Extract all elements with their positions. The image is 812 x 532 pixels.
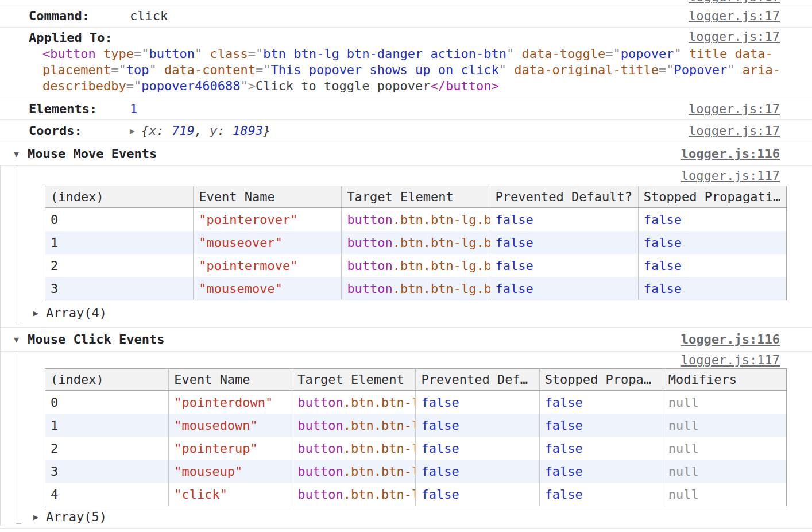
collapse-triangle-icon[interactable]: ▼ xyxy=(14,142,19,165)
table-row: 1"mousedown"button.btn.btn-lg.btn-danger… xyxy=(45,414,787,437)
token-tag: </button> xyxy=(431,79,499,93)
token-attr: data- xyxy=(734,47,772,61)
source-link[interactable]: logger.js:117 xyxy=(681,352,780,368)
table-cell: false xyxy=(539,483,663,506)
table-row: 1"mouseover"button.btn.btn-lg.btn-danger… xyxy=(45,231,787,254)
table-row: 4"click"button.btn.btn-lg.btn-danger.act… xyxy=(45,483,787,506)
source-link[interactable]: logger.js:116 xyxy=(681,328,780,351)
array-label[interactable]: Array(5) xyxy=(0,510,107,524)
token-brace: : xyxy=(218,124,233,138)
token-key: x xyxy=(149,124,156,138)
token-pun: =" xyxy=(605,47,621,61)
token-pun: =" xyxy=(248,47,264,61)
group-header-mouse-click[interactable]: ▼ Mouse Click Events logger.js:116 xyxy=(0,327,812,351)
html-code-line: describedby="popover460688">Click to tog… xyxy=(42,78,812,94)
column-header[interactable]: Event Name xyxy=(194,186,342,208)
source-link[interactable]: logger.js:17 xyxy=(689,98,780,119)
column-header[interactable]: Modifiers xyxy=(663,369,786,391)
token-key: y xyxy=(210,124,217,138)
node-tag: button xyxy=(347,213,392,227)
source-link[interactable]: logger.js:117 xyxy=(681,166,780,186)
group-title: Mouse Move Events xyxy=(0,147,157,161)
array-expander-row: ▶ Array(5) xyxy=(0,506,812,528)
token-val: popover xyxy=(621,47,674,61)
html-element-code[interactable]: <button type="button" class="btn btn-lg … xyxy=(0,46,812,94)
token-attr: title xyxy=(689,47,727,61)
column-header[interactable]: Prevented Default? xyxy=(490,186,638,208)
table-cell: null xyxy=(663,483,786,506)
group-indent-guide xyxy=(16,353,21,524)
table-cell: false xyxy=(416,414,539,437)
expand-triangle-icon[interactable]: ▶ xyxy=(130,120,135,142)
table-cell: "click" xyxy=(169,483,292,506)
table-cell: false xyxy=(490,208,638,232)
table-message-row: logger.js:117 xyxy=(0,165,812,186)
token-pun: "> xyxy=(240,79,256,93)
table-row: 0"pointerdown"button.btn.btn-lg.btn-dang… xyxy=(45,391,787,414)
token-attr: aria- xyxy=(743,63,780,77)
token-attr: type xyxy=(103,47,134,61)
table-cell: "pointerdown" xyxy=(169,391,292,414)
source-link[interactable]: logger.js:116 xyxy=(681,142,780,165)
source-link[interactable]: logger.js:17 xyxy=(689,120,780,142)
column-header[interactable]: Prevented Def… xyxy=(416,369,539,391)
group-content-mouse-click: logger.js:117 (index)Event NameTarget El… xyxy=(0,351,812,528)
column-header[interactable]: Stopped Propagati… xyxy=(638,186,786,208)
token-pun: " xyxy=(727,63,743,77)
token-pun: =" xyxy=(111,63,126,77)
token-num: 1893 xyxy=(233,124,263,138)
token-pun: =" xyxy=(256,63,271,77)
token-brace: { xyxy=(141,124,149,138)
group-header-mouse-move[interactable]: ▼ Mouse Move Events logger.js:116 xyxy=(0,142,812,165)
node-tag: button xyxy=(347,282,392,296)
table-cell: "pointerover" xyxy=(194,208,342,232)
table-cell: button.btn.btn-lg.btn-danger.action-btn xyxy=(292,414,416,437)
console-row-applied-to: Applied To: logger.js:17 <button type="b… xyxy=(0,27,812,98)
column-header[interactable]: (index) xyxy=(45,186,194,208)
token-attr: placement xyxy=(42,63,111,77)
console-row-coords: Coords: ▶ {x: 719, y: 1893} logger.js:17 xyxy=(0,119,812,142)
array-label[interactable]: Array(4) xyxy=(0,306,107,320)
token-pun: " xyxy=(499,63,515,77)
table-cell: 4 xyxy=(45,483,169,506)
table-cell: "pointermove" xyxy=(194,254,342,277)
column-header[interactable]: Target Element xyxy=(342,186,490,208)
table-cell: null xyxy=(663,391,786,414)
console-row-clipped: logger.js:17 xyxy=(0,0,812,5)
table-cell: false xyxy=(416,483,539,506)
node-tag: button xyxy=(297,418,343,433)
table-cell: false xyxy=(638,208,786,232)
column-header[interactable]: Stopped Propa… xyxy=(539,369,663,391)
expand-triangle-icon[interactable]: ▶ xyxy=(33,300,38,326)
token-val: Popover xyxy=(674,63,727,77)
column-header[interactable]: Target Element xyxy=(292,369,416,391)
bottom-separator xyxy=(0,528,812,532)
token-pun: =" xyxy=(134,47,149,61)
token-val: btn btn-lg btn-danger action-btn xyxy=(263,47,506,61)
table-cell: null xyxy=(663,414,786,437)
token-attr: class xyxy=(210,47,248,61)
collapse-triangle-icon[interactable]: ▼ xyxy=(14,328,19,351)
coords-label: Coords: xyxy=(0,124,82,138)
token-val: top xyxy=(126,63,149,77)
column-header[interactable]: (index) xyxy=(45,369,169,391)
table-cell: false xyxy=(638,231,786,254)
token-pun: =" xyxy=(126,79,142,93)
source-link[interactable]: logger.js:17 xyxy=(689,0,780,4)
source-link[interactable]: logger.js:17 xyxy=(689,5,780,27)
table-cell: "mousemove" xyxy=(194,277,342,300)
token-pun: " xyxy=(674,47,689,61)
elements-label: Elements: xyxy=(0,102,97,116)
coords-object-preview[interactable]: {x: 719, y: 1893} xyxy=(141,120,270,142)
expand-triangle-icon[interactable]: ▶ xyxy=(33,506,38,528)
table-message-row: logger.js:117 xyxy=(0,351,812,368)
group-content-mouse-move: logger.js:117 (index)Event NameTarget El… xyxy=(0,165,812,327)
token-val: button xyxy=(149,47,194,61)
token-brace: } xyxy=(263,124,270,138)
source-link[interactable]: logger.js:17 xyxy=(689,29,780,44)
console-row-elements: Elements: 1 logger.js:17 xyxy=(0,98,812,119)
token-pun: =" xyxy=(659,63,674,77)
table-cell: "mousedown" xyxy=(169,414,292,437)
column-header[interactable]: Event Name xyxy=(169,369,292,391)
node-tag: button xyxy=(297,441,343,456)
